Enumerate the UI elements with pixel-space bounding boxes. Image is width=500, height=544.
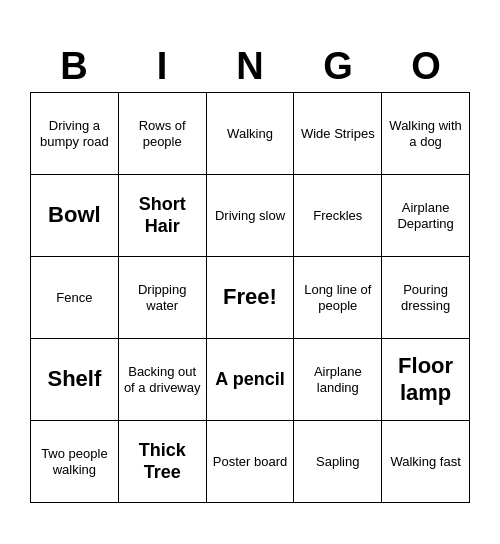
bingo-cell: Walking fast — [382, 421, 470, 503]
bingo-cell: Short Hair — [119, 175, 207, 257]
bingo-cell: Poster board — [207, 421, 295, 503]
bingo-grid: Driving a bumpy roadRows of peopleWalkin… — [30, 92, 470, 503]
bingo-card: BINGO Driving a bumpy roadRows of people… — [20, 31, 480, 513]
bingo-cell: Driving a bumpy road — [31, 93, 119, 175]
bingo-cell: Sapling — [294, 421, 382, 503]
bingo-cell: Wide Stripes — [294, 93, 382, 175]
bingo-header: BINGO — [30, 41, 470, 92]
bingo-cell: Thick Tree — [119, 421, 207, 503]
bingo-cell: Dripping water — [119, 257, 207, 339]
bingo-cell: Walking with a dog — [382, 93, 470, 175]
bingo-cell: Airplane landing — [294, 339, 382, 421]
header-letter: B — [30, 41, 118, 92]
header-letter: G — [294, 41, 382, 92]
bingo-cell: Rows of people — [119, 93, 207, 175]
header-letter: N — [206, 41, 294, 92]
bingo-cell: Fence — [31, 257, 119, 339]
bingo-cell: Airplane Departing — [382, 175, 470, 257]
bingo-cell: Long line of people — [294, 257, 382, 339]
header-letter: O — [382, 41, 470, 92]
bingo-cell: Bowl — [31, 175, 119, 257]
bingo-cell: Two people walking — [31, 421, 119, 503]
bingo-cell: Freckles — [294, 175, 382, 257]
bingo-cell: Shelf — [31, 339, 119, 421]
bingo-cell: Floor lamp — [382, 339, 470, 421]
bingo-cell: Walking — [207, 93, 295, 175]
bingo-cell: Free! — [207, 257, 295, 339]
bingo-cell: Pouring dressing — [382, 257, 470, 339]
bingo-cell: Backing out of a driveway — [119, 339, 207, 421]
bingo-cell: Driving slow — [207, 175, 295, 257]
header-letter: I — [118, 41, 206, 92]
bingo-cell: A pencil — [207, 339, 295, 421]
